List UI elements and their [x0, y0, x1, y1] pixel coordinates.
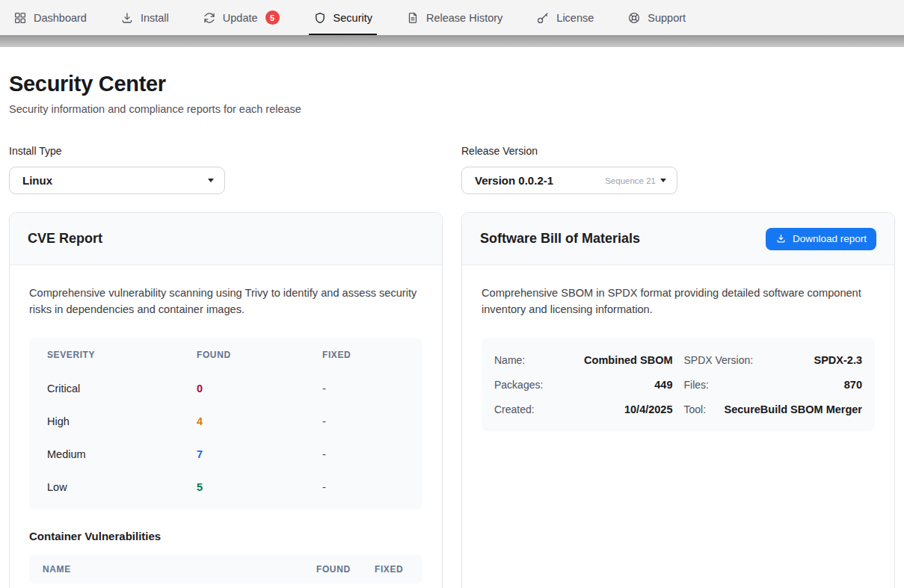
nav-item-dashboard[interactable]: Dashboard [13, 0, 87, 35]
high-found-count: 4 [197, 415, 322, 427]
cve-report-header: CVE Report [10, 213, 442, 265]
cve-report-body: Comprehensive vulnerability scanning usi… [10, 265, 442, 588]
column-fixed: FIXED [322, 350, 405, 360]
nav-label: Dashboard [34, 12, 87, 24]
nav-label: Release History [426, 12, 502, 24]
nav-label: License [556, 12, 594, 24]
scroll-shade-divider [0, 35, 904, 47]
column-severity: SEVERITY [47, 350, 197, 360]
dashboard-grid-icon [13, 11, 27, 25]
table-row-high: High 4 - [29, 405, 422, 438]
install-type-value: Linux [22, 174, 52, 187]
column-found: FOUND [197, 350, 322, 360]
sbom-details-panel: Name: Combined SBOM SPDX Version: SPDX-2… [482, 338, 875, 431]
key-icon [536, 11, 550, 25]
install-type-label: Install Type [9, 145, 443, 157]
sbom-row: Packages: 449 Files: 870 [494, 372, 862, 397]
container-vulnerabilities-title: Container Vulnerabilities [29, 530, 422, 542]
sbom-field-name: Name: Combined SBOM [494, 347, 673, 372]
critical-found-count: 0 [197, 383, 322, 394]
top-nav: Dashboard Install Update 5 Security Rele… [0, 0, 904, 35]
release-version-value: Version 0.0.2-1 [475, 174, 553, 187]
update-count-badge: 5 [265, 10, 280, 25]
sbom-title: Software Bill of Materials [480, 231, 640, 247]
cve-report-description: Comprehensive vulnerability scanning usi… [29, 285, 422, 318]
table-row-low: Low 5 - [29, 471, 422, 504]
download-report-button[interactable]: Download report [766, 228, 876, 250]
low-found-count: 5 [197, 481, 322, 493]
severity-table-header: SEVERITY FOUND FIXED [29, 338, 422, 372]
release-version-filter: Release Version Version 0.0.2-1 Sequence… [461, 145, 895, 194]
release-version-label: Release Version [461, 145, 895, 157]
chevron-down-icon [660, 179, 666, 182]
download-icon [120, 11, 134, 25]
sbom-field-created: Created: 10/4/2025 [494, 397, 673, 421]
nav-label: Install [141, 12, 169, 24]
refresh-icon [203, 11, 216, 25]
container-vulnerabilities-table-header: NAME FOUND FIXED [29, 554, 422, 584]
nav-item-release-history[interactable]: Release History [406, 0, 502, 35]
lifebuoy-icon [627, 11, 641, 25]
medium-found-count: 7 [197, 448, 322, 460]
page-title: Security Center [9, 72, 895, 96]
nav-item-license[interactable]: License [536, 0, 594, 35]
nav-item-install[interactable]: Install [120, 0, 169, 35]
cve-report-title: CVE Report [28, 231, 102, 247]
table-row-critical: Critical 0 - [29, 372, 422, 405]
install-type-filter: Install Type Linux [9, 145, 443, 194]
sbom-body: Comprehensive SBOM in SPDX format provid… [462, 265, 894, 451]
sbom-field-tool: Tool: SecureBuild SBOM Merger [684, 397, 863, 421]
column-fixed: FIXED [375, 564, 409, 575]
nav-label: Update [223, 12, 258, 24]
nav-label: Security [333, 12, 372, 24]
sbom-card: Software Bill of Materials Download repo… [461, 212, 895, 588]
report-cards: CVE Report Comprehensive vulnerability s… [9, 212, 895, 588]
download-report-label: Download report [793, 233, 867, 244]
nav-label: Support [648, 12, 686, 24]
security-center-page: Security Center Security information and… [0, 72, 904, 588]
table-row-medium: Medium 7 - [29, 438, 422, 471]
shield-icon [313, 11, 327, 25]
column-found: FOUND [316, 564, 375, 575]
document-icon [406, 11, 419, 25]
download-icon [775, 233, 787, 244]
sbom-description: Comprehensive SBOM in SPDX format provid… [482, 285, 875, 318]
cve-report-card: CVE Report Comprehensive vulnerability s… [9, 212, 443, 588]
filters-row: Install Type Linux Release Version Versi… [9, 145, 895, 194]
sbom-field-files: Files: 870 [684, 372, 863, 397]
nav-item-update[interactable]: Update 5 [203, 0, 280, 35]
install-type-select[interactable]: Linux [9, 167, 225, 194]
sbom-field-spdx-version: SPDX Version: SPDX-2.3 [684, 347, 863, 372]
release-sequence-text: Sequence 21 [605, 176, 656, 185]
sbom-field-packages: Packages: 449 [494, 372, 673, 397]
sbom-header: Software Bill of Materials Download repo… [462, 213, 894, 265]
sbom-row: Name: Combined SBOM SPDX Version: SPDX-2… [494, 347, 862, 372]
severity-table: SEVERITY FOUND FIXED Critical 0 - High 4… [29, 338, 422, 510]
nav-item-security[interactable]: Security [313, 0, 372, 35]
column-name: NAME [43, 564, 316, 575]
active-tab-underline [309, 34, 377, 36]
chevron-down-icon [208, 179, 214, 182]
page-subtitle: Security information and compliance repo… [9, 103, 895, 115]
release-version-select[interactable]: Version 0.0.2-1 Sequence 21 [461, 167, 677, 194]
nav-item-support[interactable]: Support [627, 0, 686, 35]
sbom-row: Created: 10/4/2025 Tool: SecureBuild SBO… [494, 397, 862, 421]
